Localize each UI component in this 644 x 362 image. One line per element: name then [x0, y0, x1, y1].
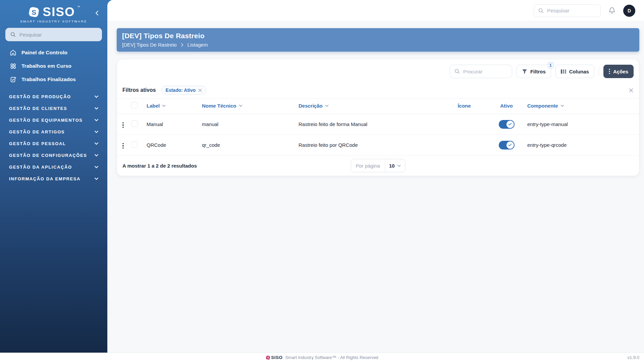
column-header-componente[interactable]: Componente [527, 99, 639, 114]
active-toggle[interactable] [499, 141, 515, 149]
columns-icon [561, 69, 566, 74]
section-label: GESTÃO DA APLICAÇÃO [9, 165, 72, 170]
clear-filters-icon[interactable] [629, 88, 634, 93]
check-icon [508, 143, 512, 146]
row-checkbox[interactable] [131, 141, 138, 148]
svg-text:S: S [267, 356, 269, 359]
sort-chevron-icon [560, 105, 564, 107]
per-page-select[interactable]: Por página 10 [351, 159, 405, 172]
section-label: INFORMAÇÃO DA EMPRESA [9, 176, 80, 181]
main-area: D [DEV] Tipos De Rastreio [DEV] Tipos De… [107, 0, 644, 353]
chevron-down-icon [94, 154, 99, 157]
header-kebab-spacer [117, 99, 131, 114]
sort-chevron-icon [239, 105, 243, 107]
sidebar-section-informacao-da-empresa[interactable]: INFORMAÇÃO DA EMPRESA [0, 173, 107, 185]
filters-button[interactable]: Filtros 1 [517, 65, 551, 78]
home-icon [9, 49, 17, 56]
sidebar-section-gestao-de-pessoal[interactable]: GESTÃO DE PESSOAL [0, 138, 107, 149]
pagination-bar: A mostrar 1 a 2 de 2 resultados Por pági… [117, 156, 639, 176]
cell-component: entry-type-manual [527, 114, 639, 135]
breadcrumb: [DEV] Tipos De Rastreio Listagem [122, 42, 634, 48]
bell-icon[interactable] [608, 7, 616, 14]
column-header-label[interactable]: Label [147, 99, 202, 114]
sidebar-collapse-icon[interactable] [95, 10, 99, 16]
chevron-down-icon [94, 130, 99, 133]
footer-brand: S SISO [266, 355, 282, 360]
cell-description: Rastreio feito por QRCode [299, 135, 443, 156]
row-checkbox[interactable] [131, 120, 138, 127]
select-all-checkbox[interactable] [131, 102, 138, 109]
sidebar-nav: Painel de Controlo Trabalhos em Curso Tr… [0, 46, 107, 86]
cell-icon [443, 114, 490, 135]
header-select-all[interactable] [131, 99, 147, 114]
sidebar-section-gestao-de-producao[interactable]: GESTÃO DE PRODUÇÃO [0, 91, 107, 103]
brand-logo: S SISO ™ SMART INDUSTRY SOFTWARE [0, 0, 107, 23]
app-version: v1.9.0 [628, 355, 639, 360]
sidebar-item-label: Painel de Controlo [21, 50, 67, 56]
table-search-input[interactable] [463, 69, 508, 74]
sidebar-section-gestao-de-clientes[interactable]: GESTÃO DE CLIENTES [0, 103, 107, 114]
table-header-row: Label Nome Técnico Descrição Ícone Ativo… [117, 99, 639, 114]
sidebar-section-gestao-de-equipamentos[interactable]: GESTÃO DE EQUIPAMENTOS [0, 114, 107, 126]
sidebar-search-input[interactable] [19, 32, 97, 38]
breadcrumb-root[interactable]: [DEV] Tipos De Rastreio [122, 42, 177, 48]
columns-button-label: Colunas [569, 69, 589, 74]
sidebar-item-label: Trabalhos Finalizados [21, 76, 76, 82]
chevron-down-icon [94, 119, 99, 122]
chevron-down-icon [94, 177, 99, 180]
kebab-icon [609, 69, 610, 74]
global-search-input[interactable] [547, 8, 596, 13]
clipboard-check-icon [9, 76, 17, 83]
sidebar-item-label: Trabalhos em Curso [21, 63, 71, 69]
table-search[interactable] [450, 65, 512, 78]
close-icon[interactable] [198, 88, 202, 92]
filter-chip-estado-ativo[interactable]: Estado: Ativo [161, 86, 207, 95]
global-search[interactable] [534, 4, 601, 17]
active-filters-label: Filtros ativos [122, 87, 156, 93]
chevron-down-icon [94, 107, 99, 110]
sidebar-item-trabalhos-em-curso[interactable]: Trabalhos em Curso [0, 59, 107, 73]
column-header-descricao[interactable]: Descrição [299, 99, 443, 114]
page-footer: S SISO Smart Industry Software™ - All Ri… [0, 353, 644, 362]
table-row[interactable]: Manual manual Rastreio feito de forma Ma… [117, 114, 639, 135]
avatar[interactable]: D [623, 5, 635, 17]
section-label: GESTÃO DE PRODUÇÃO [9, 94, 71, 99]
check-icon [508, 123, 512, 126]
filters-count-badge: 1 [547, 62, 554, 68]
search-icon [538, 8, 544, 14]
cell-technical-name: manual [202, 114, 299, 135]
sidebar-item-trabalhos-finalizados[interactable]: Trabalhos Finalizados [0, 73, 107, 86]
sidebar-section-gestao-de-configuracoes[interactable]: GESTÃO DE CONFIGURAÇÕES [0, 149, 107, 161]
row-actions-kebab-icon[interactable] [120, 141, 126, 151]
actions-button[interactable]: Ações [603, 65, 634, 78]
cell-label: QRCode [147, 135, 202, 156]
section-label: GESTÃO DE CLIENTES [9, 106, 67, 111]
cell-icon [443, 135, 490, 156]
active-filters-bar: Filtros ativos Estado: Ativo [117, 83, 639, 99]
filter-icon [522, 69, 527, 74]
logo-subtitle: SMART INDUSTRY SOFTWARE [0, 19, 107, 23]
logo-tm: ™ [77, 5, 80, 9]
filter-chip-label: Estado: Ativo [166, 87, 196, 93]
columns-button[interactable]: Colunas [555, 65, 594, 78]
list-card: Filtros 1 Colunas [117, 59, 639, 176]
active-toggle[interactable] [499, 120, 515, 129]
cell-technical-name: qr_code [202, 135, 299, 156]
filters-button-label: Filtros [530, 69, 546, 74]
siso-footer-logo-icon: S [266, 355, 270, 360]
column-header-nome-tecnico[interactable]: Nome Técnico [202, 99, 299, 114]
section-label: GESTÃO DE EQUIPAMENTOS [9, 118, 83, 123]
search-icon [10, 32, 16, 38]
table-row[interactable]: QRCode qr_code Rastreio feito por QRCode… [117, 135, 639, 156]
row-actions-kebab-icon[interactable] [120, 120, 126, 130]
grid-icon [9, 62, 17, 70]
section-label: GESTÃO DE PESSOAL [9, 141, 66, 146]
sidebar-search[interactable] [5, 28, 102, 41]
sidebar-section-gestao-de-artigos[interactable]: GESTÃO DE ARTIGOS [0, 126, 107, 138]
sort-chevron-icon [162, 105, 166, 107]
sidebar-item-painel-de-controlo[interactable]: Painel de Controlo [0, 46, 107, 59]
sidebar-section-gestao-da-aplicacao[interactable]: GESTÃO DA APLICAÇÃO [0, 161, 107, 173]
search-icon [454, 68, 460, 74]
per-page-value: 10 [389, 163, 395, 169]
footer-copyright: Smart Industry Software™ - All Rights Re… [285, 355, 378, 360]
